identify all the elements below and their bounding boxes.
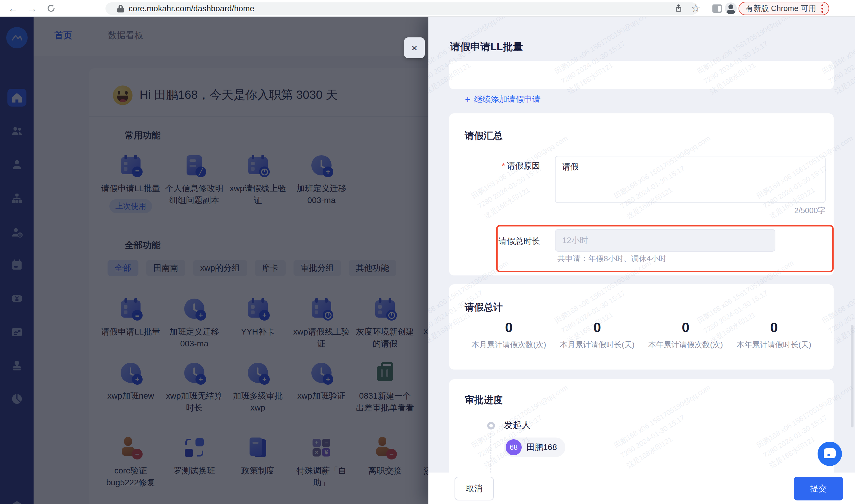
leave-summary-card: 请假汇总 *请假原因 请假 2/5000字 请假总时长 共申请：年假8小时、调休… (449, 113, 834, 275)
chat-widget-button[interactable] (818, 442, 842, 466)
leave-totals-title: 请假总计 (465, 301, 503, 314)
leave-stat: 0本月累计请假次数(次) (465, 319, 553, 350)
drawer-close-button[interactable]: × (404, 37, 425, 58)
stat-value: 0 (641, 319, 730, 336)
stat-label: 本月累计请假时长(天) (553, 340, 642, 350)
menu-kebab-icon[interactable] (821, 4, 823, 13)
side-panel-icon[interactable] (712, 4, 722, 13)
approval-progress-card: 审批进度 发起人 68 田鹏168 (449, 379, 834, 480)
chrome-update-label: 有新版 Chrome 可用 (746, 3, 816, 14)
forward-icon[interactable]: → (25, 2, 39, 15)
profile-avatar[interactable] (725, 2, 737, 14)
add-leave-request-label: 继续添加请假申请 (474, 94, 541, 105)
reload-icon[interactable] (45, 2, 58, 15)
drawer-scrollbar[interactable] (851, 325, 854, 428)
leave-totals-card: 请假总计 0本月累计请假次数(次)0本月累计请假时长(天)0本年累计请假次数(次… (449, 284, 834, 370)
timeline-dashed-line (490, 433, 491, 478)
char-counter: 2/5000字 (555, 205, 825, 216)
chrome-update-button[interactable]: 有新版 Chrome 可用 (738, 2, 829, 15)
browser-toolbar: ← → core.mokahr.com/dashboard/home ☆ 有新版… (0, 0, 855, 17)
drawer-title: 请假申请LL批量 (450, 40, 523, 54)
duration-label: 请假总时长 (465, 236, 540, 247)
leave-stat: 0本年累计请假次数(次) (641, 319, 730, 350)
initiator-name: 田鹏168 (526, 442, 557, 453)
initiator-chip[interactable]: 68 田鹏168 (504, 437, 565, 457)
leave-request-drawer: 请假申请LL批量 + 继续添加请假申请 请假汇总 *请假原因 请假 2/5000… (429, 17, 855, 504)
duration-input[interactable] (555, 229, 775, 252)
initiator-label: 发起人 (504, 419, 530, 431)
approval-progress-title: 审批进度 (465, 394, 503, 407)
modal-dim-overlay[interactable] (0, 17, 429, 504)
bookmark-star-icon[interactable]: ☆ (689, 2, 702, 15)
duration-note: 共申请：年假8小时、调休4小时 (557, 253, 666, 264)
submit-button[interactable]: 提交 (794, 477, 843, 501)
screen: ← → core.mokahr.com/dashboard/home ☆ 有新版… (0, 0, 855, 504)
reason-textarea[interactable]: 请假 (555, 156, 825, 203)
address-bar[interactable]: core.mokahr.com/dashboard/home (105, 2, 698, 15)
initiator-avatar: 68 (506, 439, 522, 455)
stat-label: 本月累计请假次数(次) (465, 340, 553, 350)
stat-value: 0 (730, 319, 818, 336)
url-text[interactable]: core.mokahr.com/dashboard/home (129, 4, 254, 13)
add-leave-request-link[interactable]: + 继续添加请假申请 (465, 93, 541, 105)
stat-value: 0 (553, 319, 642, 336)
leave-stat: 0本月累计请假时长(天) (553, 319, 642, 350)
stat-label: 本年累计请假次数(次) (641, 340, 730, 350)
previous-form-card (449, 61, 834, 89)
required-asterisk: * (502, 161, 505, 170)
share-icon[interactable] (672, 2, 685, 15)
plus-icon: + (465, 95, 471, 104)
drawer-footer: 取消 提交 (429, 472, 855, 504)
leave-summary-title: 请假汇总 (465, 129, 503, 143)
leave-stat: 0本年累计请假时长(天) (730, 319, 818, 350)
timeline-dot-icon (487, 422, 495, 430)
lock-icon (117, 5, 124, 13)
reason-label: *请假原因 (465, 160, 540, 172)
cancel-button[interactable]: 取消 (455, 477, 494, 501)
stat-label: 本年累计请假时长(天) (730, 340, 818, 350)
stat-value: 0 (465, 319, 553, 336)
back-icon[interactable]: ← (6, 2, 20, 15)
